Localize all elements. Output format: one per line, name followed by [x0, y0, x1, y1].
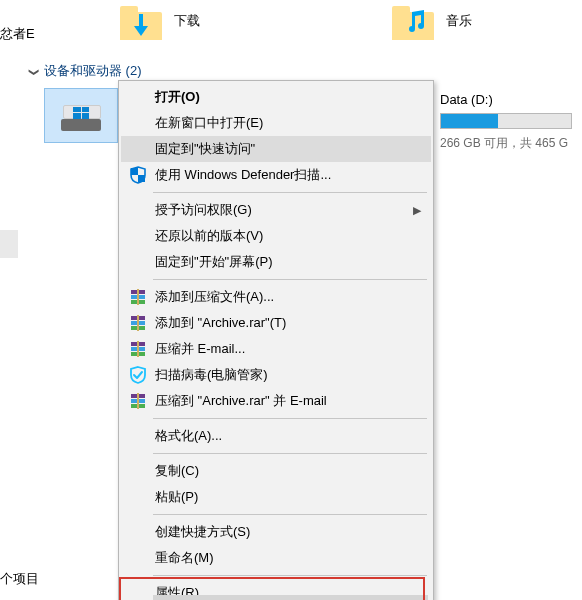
folder-music[interactable]: 音乐 [392, 2, 472, 40]
sidebar-partial-bottom: 个项目 [0, 570, 39, 588]
svg-rect-0 [139, 14, 143, 26]
context-menu-item[interactable]: 授予访问权限(G)▶ [121, 197, 431, 223]
context-menu-item-label: 添加到 "Archive.rar"(T) [155, 314, 425, 332]
context-menu-item[interactable]: 添加到 "Archive.rar"(T) [121, 310, 431, 336]
folder-icon [392, 2, 434, 40]
music-note-icon [404, 10, 426, 34]
chevron-right-icon: ▶ [413, 204, 421, 217]
context-menu-item[interactable]: 压缩到 "Archive.rar" 并 E-mail [121, 388, 431, 414]
drive-label: Data (D:) [440, 92, 582, 107]
context-menu-item-label: 压缩并 E-mail... [155, 340, 425, 358]
context-menu-item[interactable]: 在新窗口中打开(E) [121, 110, 431, 136]
context-menu-item[interactable]: 打开(O) [121, 84, 431, 110]
svg-rect-19 [137, 393, 139, 409]
context-menu-item[interactable]: 复制(C) [121, 458, 431, 484]
blank-icon [127, 226, 149, 246]
rar-books-icon [129, 392, 147, 410]
context-menu-item-label: 还原以前的版本(V) [155, 227, 425, 245]
context-menu-item[interactable]: 固定到"开始"屏幕(P) [121, 249, 431, 275]
guard-shield-icon [129, 366, 147, 384]
rar-books-icon [129, 314, 147, 332]
context-menu-item-label: 使用 Windows Defender扫描... [155, 166, 425, 184]
drive-usage-bar [440, 113, 572, 129]
drive-icon [61, 101, 101, 131]
svg-rect-2 [131, 168, 138, 175]
svg-rect-15 [137, 341, 139, 357]
context-menu-separator [153, 453, 427, 454]
svg-rect-3 [138, 175, 145, 182]
chevron-down-icon: ❯ [29, 67, 40, 75]
context-menu-item[interactable]: 还原以前的版本(V) [121, 223, 431, 249]
context-menu-item-label: 授予访问权限(G) [155, 201, 413, 219]
context-menu-item-label: 压缩到 "Archive.rar" 并 E-mail [155, 392, 425, 410]
folder-downloads-label: 下载 [174, 12, 200, 30]
context-menu-item[interactable]: 重命名(M) [121, 545, 431, 571]
defender-shield-icon [129, 166, 147, 184]
svg-marker-1 [134, 26, 148, 36]
top-folders-row: 下载 音乐 [0, 0, 582, 60]
menu-bottom-shadow [153, 595, 428, 600]
context-menu-separator [153, 279, 427, 280]
blank-icon [127, 87, 149, 107]
context-menu-item[interactable]: 格式化(A)... [121, 423, 431, 449]
context-menu-item-label: 添加到压缩文件(A)... [155, 288, 425, 306]
context-menu-item[interactable]: 扫描病毒(电脑管家) [121, 362, 431, 388]
context-menu-item-label: 粘贴(P) [155, 488, 425, 506]
context-menu-item-label: 固定到"快速访问" [155, 140, 425, 158]
context-menu-item[interactable]: 粘贴(P) [121, 484, 431, 510]
drive-data-d[interactable]: Data (D:) 266 GB 可用，共 465 G [440, 92, 582, 152]
blank-icon [127, 200, 149, 220]
context-menu: 打开(O)在新窗口中打开(E)固定到"快速访问"使用 Windows Defen… [118, 80, 434, 600]
folder-icon [120, 2, 162, 40]
blank-icon [127, 487, 149, 507]
blank-icon [127, 139, 149, 159]
folder-downloads[interactable]: 下载 [120, 2, 200, 40]
context-menu-item[interactable]: 固定到"快速访问" [121, 136, 431, 162]
context-menu-item[interactable]: 使用 Windows Defender扫描... [121, 162, 431, 188]
blank-icon [127, 522, 149, 542]
defender-icon [127, 165, 149, 185]
blank-icon [127, 548, 149, 568]
context-menu-item-label: 重命名(M) [155, 549, 425, 567]
context-menu-separator [153, 418, 427, 419]
guard-icon [127, 365, 149, 385]
section-devices-drives[interactable]: ❯ 设备和驱动器 (2) [30, 62, 142, 80]
folder-music-label: 音乐 [446, 12, 472, 30]
context-menu-item[interactable]: 创建快捷方式(S) [121, 519, 431, 545]
context-menu-item-label: 创建快捷方式(S) [155, 523, 425, 541]
sidebar-block [0, 230, 18, 258]
svg-rect-7 [137, 289, 139, 305]
drive-usage-fill [441, 114, 498, 128]
rar-books-icon [129, 288, 147, 306]
context-menu-item-label: 在新窗口中打开(E) [155, 114, 425, 132]
context-menu-item[interactable]: 添加到压缩文件(A)... [121, 284, 431, 310]
context-menu-item-label: 格式化(A)... [155, 427, 425, 445]
context-menu-separator [153, 575, 427, 576]
rar-icon [127, 313, 149, 333]
rar-books-icon [129, 340, 147, 358]
context-menu-item-label: 扫描病毒(电脑管家) [155, 366, 425, 384]
context-menu-item-label: 打开(O) [155, 88, 425, 106]
svg-rect-11 [137, 315, 139, 331]
blank-icon [127, 113, 149, 133]
blank-icon [127, 461, 149, 481]
context-menu-separator [153, 192, 427, 193]
context-menu-item-label: 固定到"开始"屏幕(P) [155, 253, 425, 271]
download-arrow-icon [134, 14, 148, 36]
context-menu-item[interactable]: 压缩并 E-mail... [121, 336, 431, 362]
rar-icon [127, 391, 149, 411]
rar-icon [127, 287, 149, 307]
context-menu-item-label: 复制(C) [155, 462, 425, 480]
blank-icon [127, 252, 149, 272]
drive-free-text: 266 GB 可用，共 465 G [440, 135, 582, 152]
section-title: 设备和驱动器 (2) [44, 62, 142, 80]
context-menu-separator [153, 514, 427, 515]
sidebar-partial-top: 忿者E [0, 25, 35, 43]
blank-icon [127, 426, 149, 446]
rar-icon [127, 339, 149, 359]
blank-icon [127, 583, 149, 600]
drive-tile-selected[interactable] [44, 88, 118, 143]
